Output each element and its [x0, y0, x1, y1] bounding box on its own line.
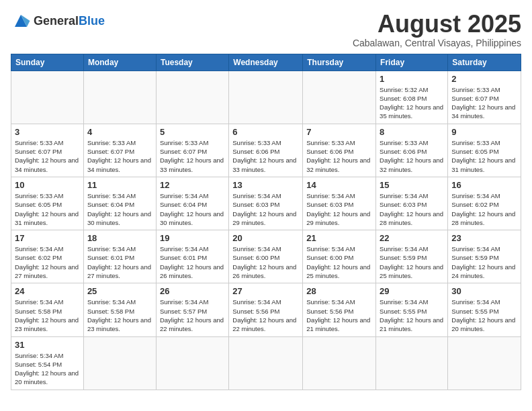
calendar-day-cell: 26Sunrise: 5:34 AM Sunset: 5:57 PM Dayli… — [156, 283, 228, 336]
calendar-day-cell — [229, 71, 303, 124]
day-info: Sunrise: 5:34 AM Sunset: 5:56 PM Dayligh… — [306, 298, 372, 333]
day-number: 23 — [451, 233, 517, 243]
calendar-day-cell: 30Sunrise: 5:34 AM Sunset: 5:55 PM Dayli… — [448, 283, 521, 336]
day-number: 30 — [451, 286, 517, 296]
calendar-week-row: 1Sunrise: 5:32 AM Sunset: 6:08 PM Daylig… — [11, 71, 521, 124]
calendar-day-cell: 6Sunrise: 5:33 AM Sunset: 6:06 PM Daylig… — [229, 124, 303, 177]
day-number: 28 — [306, 286, 372, 296]
day-number: 15 — [380, 180, 444, 190]
weekday-header-thursday: Thursday — [303, 54, 376, 71]
header: GeneralBlue August 2025 Cabalawan, Centr… — [11, 11, 521, 48]
day-number: 22 — [380, 233, 444, 243]
calendar-day-cell — [156, 336, 228, 390]
day-number: 20 — [232, 233, 299, 243]
calendar-day-cell: 12Sunrise: 5:34 AM Sunset: 6:04 PM Dayli… — [156, 177, 228, 230]
day-number: 11 — [87, 180, 152, 190]
calendar-day-cell: 4Sunrise: 5:33 AM Sunset: 6:07 PM Daylig… — [83, 124, 156, 177]
calendar-day-cell: 18Sunrise: 5:34 AM Sunset: 6:01 PM Dayli… — [83, 230, 156, 283]
calendar-day-cell: 19Sunrise: 5:34 AM Sunset: 6:01 PM Dayli… — [156, 230, 228, 283]
day-info: Sunrise: 5:34 AM Sunset: 5:59 PM Dayligh… — [451, 244, 517, 280]
day-info: Sunrise: 5:34 AM Sunset: 5:59 PM Dayligh… — [380, 244, 444, 280]
day-number: 16 — [451, 180, 517, 190]
calendar-day-cell: 13Sunrise: 5:34 AM Sunset: 6:03 PM Dayli… — [229, 177, 303, 230]
calendar-day-cell: 22Sunrise: 5:34 AM Sunset: 5:59 PM Dayli… — [376, 230, 448, 283]
day-info: Sunrise: 5:32 AM Sunset: 6:08 PM Dayligh… — [380, 85, 444, 121]
calendar-day-cell: 15Sunrise: 5:34 AM Sunset: 6:03 PM Dayli… — [376, 177, 448, 230]
calendar-day-cell: 17Sunrise: 5:34 AM Sunset: 6:02 PM Dayli… — [11, 230, 84, 283]
weekday-header-tuesday: Tuesday — [156, 54, 228, 71]
calendar-day-cell: 10Sunrise: 5:33 AM Sunset: 6:05 PM Dayli… — [11, 177, 84, 230]
day-info: Sunrise: 5:33 AM Sunset: 6:07 PM Dayligh… — [87, 138, 152, 174]
day-info: Sunrise: 5:34 AM Sunset: 6:00 PM Dayligh… — [232, 244, 299, 280]
calendar-week-row: 31Sunrise: 5:34 AM Sunset: 5:54 PM Dayli… — [11, 336, 521, 390]
day-number: 8 — [380, 127, 444, 137]
day-info: Sunrise: 5:33 AM Sunset: 6:07 PM Dayligh… — [160, 138, 225, 174]
weekday-header-sunday: Sunday — [11, 54, 84, 71]
day-info: Sunrise: 5:34 AM Sunset: 5:54 PM Dayligh… — [15, 351, 80, 387]
calendar-day-cell: 31Sunrise: 5:34 AM Sunset: 5:54 PM Dayli… — [11, 336, 84, 390]
calendar-day-cell: 8Sunrise: 5:33 AM Sunset: 6:06 PM Daylig… — [376, 124, 448, 177]
weekday-header-friday: Friday — [376, 54, 448, 71]
calendar-day-cell: 16Sunrise: 5:34 AM Sunset: 6:02 PM Dayli… — [448, 177, 521, 230]
logo: GeneralBlue — [11, 11, 105, 31]
day-info: Sunrise: 5:33 AM Sunset: 6:05 PM Dayligh… — [15, 191, 80, 227]
calendar-day-cell — [156, 71, 228, 124]
day-number: 31 — [15, 340, 80, 350]
calendar-day-cell: 24Sunrise: 5:34 AM Sunset: 5:58 PM Dayli… — [11, 283, 84, 336]
calendar-day-cell: 25Sunrise: 5:34 AM Sunset: 5:58 PM Dayli… — [83, 283, 156, 336]
calendar-day-cell: 20Sunrise: 5:34 AM Sunset: 6:00 PM Dayli… — [229, 230, 303, 283]
calendar-day-cell — [448, 336, 521, 390]
day-number: 6 — [232, 127, 299, 137]
calendar-day-cell — [303, 336, 376, 390]
day-info: Sunrise: 5:34 AM Sunset: 6:03 PM Dayligh… — [380, 191, 444, 227]
day-info: Sunrise: 5:34 AM Sunset: 6:03 PM Dayligh… — [306, 191, 372, 227]
calendar-week-row: 10Sunrise: 5:33 AM Sunset: 6:05 PM Dayli… — [11, 177, 521, 230]
calendar-day-cell — [83, 71, 156, 124]
day-info: Sunrise: 5:34 AM Sunset: 6:01 PM Dayligh… — [87, 244, 152, 280]
calendar-day-cell — [303, 71, 376, 124]
day-info: Sunrise: 5:34 AM Sunset: 5:55 PM Dayligh… — [451, 298, 517, 333]
day-number: 13 — [232, 180, 299, 190]
day-number: 17 — [15, 233, 80, 243]
day-number: 4 — [87, 127, 152, 137]
weekday-header-monday: Monday — [83, 54, 156, 71]
day-number: 9 — [451, 127, 517, 137]
day-info: Sunrise: 5:34 AM Sunset: 5:57 PM Dayligh… — [160, 298, 225, 333]
day-number: 12 — [160, 180, 225, 190]
day-info: Sunrise: 5:34 AM Sunset: 6:02 PM Dayligh… — [15, 244, 80, 280]
day-info: Sunrise: 5:34 AM Sunset: 5:56 PM Dayligh… — [232, 298, 299, 333]
day-number: 18 — [87, 233, 152, 243]
calendar-day-cell — [376, 336, 448, 390]
calendar-day-cell: 1Sunrise: 5:32 AM Sunset: 6:08 PM Daylig… — [376, 71, 448, 124]
day-number: 2 — [451, 74, 517, 84]
day-info: Sunrise: 5:33 AM Sunset: 6:06 PM Dayligh… — [232, 138, 299, 174]
day-number: 1 — [380, 74, 444, 84]
day-number: 19 — [160, 233, 225, 243]
calendar-day-cell: 29Sunrise: 5:34 AM Sunset: 5:55 PM Dayli… — [376, 283, 448, 336]
calendar-title: August 2025 — [353, 11, 521, 38]
calendar-day-cell — [11, 71, 84, 124]
day-number: 29 — [380, 286, 444, 296]
calendar-day-cell: 3Sunrise: 5:33 AM Sunset: 6:07 PM Daylig… — [11, 124, 84, 177]
day-info: Sunrise: 5:33 AM Sunset: 6:05 PM Dayligh… — [451, 138, 517, 174]
title-area: August 2025 Cabalawan, Central Visayas, … — [353, 11, 521, 48]
day-info: Sunrise: 5:33 AM Sunset: 6:07 PM Dayligh… — [451, 85, 517, 121]
day-number: 14 — [306, 180, 372, 190]
day-info: Sunrise: 5:34 AM Sunset: 6:04 PM Dayligh… — [160, 191, 225, 227]
calendar-day-cell: 21Sunrise: 5:34 AM Sunset: 6:00 PM Dayli… — [303, 230, 376, 283]
calendar-day-cell: 11Sunrise: 5:34 AM Sunset: 6:04 PM Dayli… — [83, 177, 156, 230]
calendar-day-cell — [83, 336, 156, 390]
day-info: Sunrise: 5:33 AM Sunset: 6:06 PM Dayligh… — [380, 138, 444, 174]
calendar-week-row: 17Sunrise: 5:34 AM Sunset: 6:02 PM Dayli… — [11, 230, 521, 283]
day-info: Sunrise: 5:33 AM Sunset: 6:07 PM Dayligh… — [15, 138, 80, 174]
day-number: 3 — [15, 127, 80, 137]
calendar-day-cell: 7Sunrise: 5:33 AM Sunset: 6:06 PM Daylig… — [303, 124, 376, 177]
day-info: Sunrise: 5:34 AM Sunset: 6:04 PM Dayligh… — [87, 191, 152, 227]
calendar-day-cell: 27Sunrise: 5:34 AM Sunset: 5:56 PM Dayli… — [229, 283, 303, 336]
generalblue-logo-icon — [11, 11, 31, 31]
weekday-header-wednesday: Wednesday — [229, 54, 303, 71]
calendar-table: SundayMondayTuesdayWednesdayThursdayFrid… — [11, 54, 521, 390]
calendar-week-row: 3Sunrise: 5:33 AM Sunset: 6:07 PM Daylig… — [11, 124, 521, 177]
day-number: 7 — [306, 127, 372, 137]
weekday-header-saturday: Saturday — [448, 54, 521, 71]
